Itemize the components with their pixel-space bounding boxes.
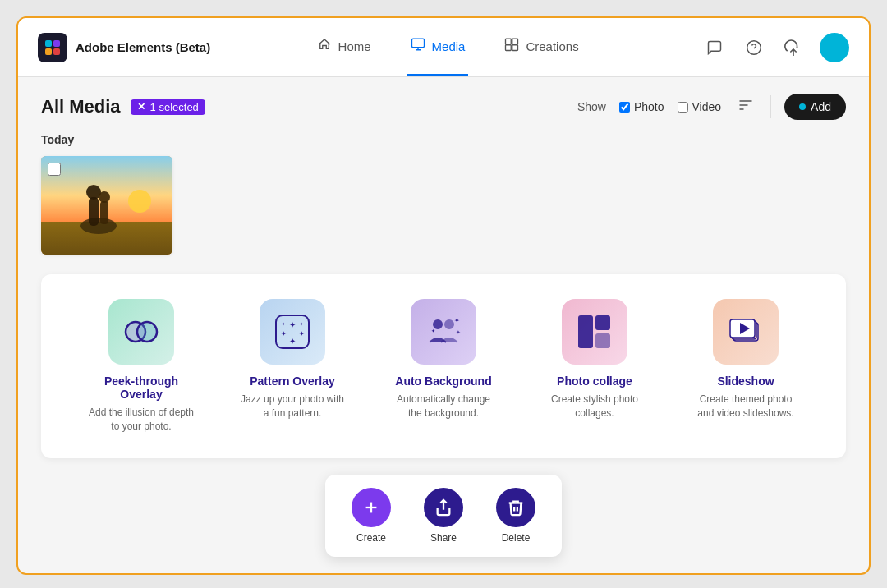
svg-point-20 [99,191,110,203]
add-button[interactable]: Add [784,94,846,120]
create-icon [352,488,391,527]
action-bar-container: Create Share [41,475,846,557]
svg-rect-19 [100,201,108,224]
slideshow-desc: Create themed photo and video slideshows… [692,393,799,420]
slideshow-icon [713,299,779,365]
delete-label: Delete [502,532,531,544]
toolbar-right: Show Photo Video [577,94,846,120]
toolbar-left: All Media ✕ 1 selected [41,96,205,117]
svg-rect-1 [53,40,60,47]
add-label: Add [811,100,831,113]
nav-creations[interactable]: Creations [501,18,581,76]
sort-button[interactable] [734,94,757,120]
media-grid [41,156,846,255]
auto-background-icon: ✦ ✦ ✦ [411,299,476,365]
nav-home[interactable]: Home [314,18,375,76]
svg-text:✦: ✦ [431,328,435,333]
creation-auto-background[interactable]: ✦ ✦ ✦ Auto Background Automatically chan… [390,299,497,420]
user-avatar[interactable] [820,33,849,62]
media-icon [411,37,425,55]
main-nav: Home Media Creations [210,18,685,76]
main-content: All Media ✕ 1 selected Show Photo Video [18,77,869,573]
photo-filter[interactable]: Photo [619,100,664,113]
svg-point-15 [128,190,151,213]
svg-text:✦: ✦ [454,317,460,324]
svg-rect-36 [595,315,610,330]
media-card[interactable] [41,156,172,255]
delete-icon [496,488,535,527]
svg-point-9 [747,40,761,54]
creations-icon [504,37,519,55]
share-label: Share [430,532,457,544]
creation-slideshow[interactable]: Slideshow Create themed photo and video … [692,299,799,420]
video-checkbox[interactable] [678,102,688,113]
svg-rect-5 [506,39,512,44]
create-button[interactable]: Create [352,488,391,544]
nav-media-label: Media [432,39,466,53]
share-icon [424,488,463,527]
photo-thumbnail [41,156,172,255]
photo-collage-icon [562,299,627,365]
selected-count: 1 selected [150,101,199,113]
auto-background-desc: Automatically change the background. [390,393,497,420]
svg-rect-35 [578,315,593,348]
pattern-overlay-desc: Jazz up your photo with a fun pattern. [239,393,346,420]
logo-area: Adobe Elements (Beta) [38,33,210,62]
creation-photo-collage[interactable]: Photo collage Create stylish photo colla… [541,299,648,420]
deselect-icon[interactable]: ✕ [137,101,145,113]
svg-point-31 [444,319,454,329]
svg-text:✦: ✦ [456,329,461,335]
photo-checkbox[interactable] [619,102,630,113]
chat-button[interactable] [701,34,728,61]
video-filter[interactable]: Video [678,100,722,113]
add-btn-dot [799,103,806,110]
svg-text:✦: ✦ [299,321,304,327]
svg-point-22 [137,322,157,342]
creation-pattern-overlay[interactable]: ✦ ✦ ✦ ✦ ✦ ✦ Pattern Overlay Jazz up your… [239,299,346,420]
pattern-overlay-title: Pattern Overlay [250,374,335,388]
app-logo-icon [38,33,67,62]
creations-panel: Peek-through Overlay Add the illusion of… [41,274,846,458]
show-label: Show [577,100,606,113]
peek-through-overlay-icon [108,299,174,365]
svg-rect-4 [411,39,424,48]
svg-text:✦: ✦ [289,337,296,346]
svg-rect-7 [506,45,512,51]
toolbar-divider [770,95,771,118]
svg-rect-0 [45,40,52,47]
svg-rect-2 [45,48,52,55]
photo-label: Photo [634,100,664,113]
svg-text:✦: ✦ [289,320,296,329]
delete-button[interactable]: Delete [496,488,535,544]
peek-through-overlay-title: Peek-through Overlay [88,374,195,401]
svg-text:✦: ✦ [281,330,287,338]
app-window: Adobe Elements (Beta) Home Media [16,16,871,575]
auto-background-title: Auto Background [395,374,491,388]
svg-rect-6 [512,39,518,44]
svg-rect-8 [512,45,518,51]
svg-text:✦: ✦ [299,330,305,338]
video-label: Video [692,100,722,113]
selected-badge[interactable]: ✕ 1 selected [131,99,205,115]
toolbar: All Media ✕ 1 selected Show Photo Video [41,94,846,120]
media-select-checkbox[interactable] [48,163,61,176]
cloud-button[interactable] [780,34,807,61]
app-name: Adobe Elements (Beta) [76,40,210,54]
create-label: Create [356,532,386,544]
nav-home-label: Home [338,39,371,53]
photo-collage-desc: Create stylish photo collages. [541,393,648,420]
action-bar: Create Share [325,475,562,557]
svg-rect-17 [89,197,99,226]
share-button[interactable]: Share [424,488,463,544]
nav-media[interactable]: Media [407,18,469,76]
photo-collage-title: Photo collage [557,374,632,388]
creation-peek-through-overlay[interactable]: Peek-through Overlay Add the illusion of… [88,299,195,434]
help-button[interactable] [741,34,767,61]
peek-through-overlay-desc: Add the illusion of depth to your photo. [88,406,195,434]
page-title: All Media [41,96,121,117]
header: Adobe Elements (Beta) Home Media [18,18,869,77]
svg-text:✦: ✦ [281,321,286,327]
header-actions [685,33,849,62]
svg-rect-37 [595,333,610,348]
date-section-label: Today [41,133,846,146]
